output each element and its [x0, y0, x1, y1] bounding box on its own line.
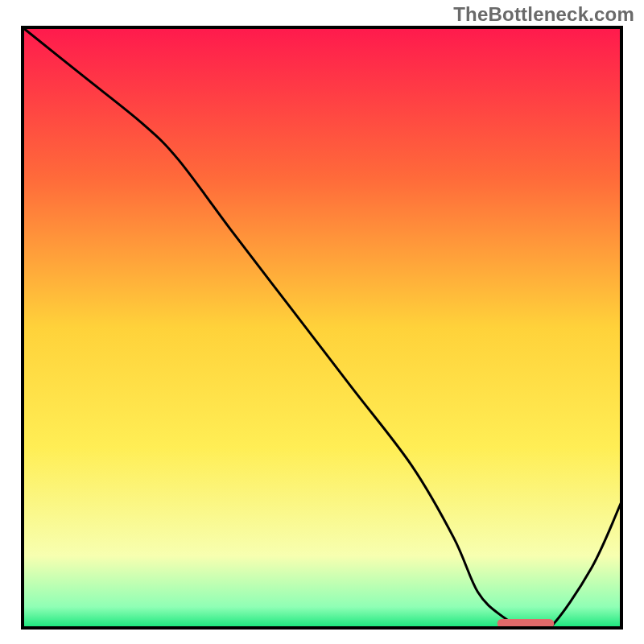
- chart-container: TheBottleneck.com: [0, 0, 644, 644]
- watermark-label: TheBottleneck.com: [453, 3, 634, 26]
- bottleneck-chart: [0, 0, 644, 644]
- plot-background: [23, 27, 621, 628]
